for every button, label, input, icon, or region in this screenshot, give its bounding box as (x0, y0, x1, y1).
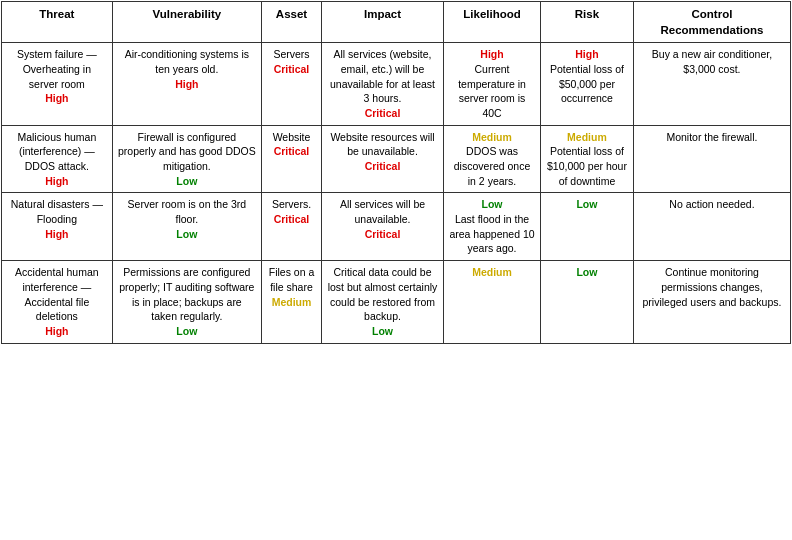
impact-cell: Website resources will be unavailable.Cr… (322, 125, 444, 193)
asset-cell: WebsiteCritical (262, 125, 322, 193)
likelihood-cell: LowLast flood in the area happened 10 ye… (444, 193, 541, 261)
threat-cell: Accidental human interference — Accident… (2, 261, 113, 343)
column-header: Vulnerability (112, 2, 261, 43)
impact-cell: All services (website, email, etc.) will… (322, 43, 444, 125)
column-header: Asset (262, 2, 322, 43)
threat-cell: Malicious human (interference) — DDOS at… (2, 125, 113, 193)
risk-cell: Low (541, 193, 634, 261)
table-row: System failure — Overheating in server r… (2, 43, 791, 125)
column-header: Threat (2, 2, 113, 43)
asset-cell: Files on a file shareMedium (262, 261, 322, 343)
impact-cell: All services will be unavailable.Critica… (322, 193, 444, 261)
vulnerability-cell: Server room is on the 3rd floor.Low (112, 193, 261, 261)
table-row: Natural disasters — FloodingHighServer r… (2, 193, 791, 261)
control-cell: Continue monitoring permissions changes,… (633, 261, 790, 343)
likelihood-cell: Medium (444, 261, 541, 343)
risk-cell: Low (541, 261, 634, 343)
table-body: System failure — Overheating in server r… (2, 43, 791, 343)
vulnerability-cell: Permissions are configured properly; IT … (112, 261, 261, 343)
control-cell: Buy a new air conditioner, $3,000 cost. (633, 43, 790, 125)
vulnerability-cell: Firewall is configured properly and has … (112, 125, 261, 193)
threat-cell: Natural disasters — FloodingHigh (2, 193, 113, 261)
header-row: ThreatVulnerabilityAssetImpactLikelihood… (2, 2, 791, 43)
impact-cell: Critical data could be lost but almost c… (322, 261, 444, 343)
threat-cell: System failure — Overheating in server r… (2, 43, 113, 125)
control-cell: No action needed. (633, 193, 790, 261)
likelihood-cell: HighCurrent temperature in server room i… (444, 43, 541, 125)
column-header: Impact (322, 2, 444, 43)
risk-cell: MediumPotential loss of $10,000 per hour… (541, 125, 634, 193)
column-header: Likelihood (444, 2, 541, 43)
column-header: ControlRecommendations (633, 2, 790, 43)
asset-cell: ServersCritical (262, 43, 322, 125)
table-row: Malicious human (interference) — DDOS at… (2, 125, 791, 193)
asset-cell: Servers.Critical (262, 193, 322, 261)
risk-cell: HighPotential loss of $50,000 per occurr… (541, 43, 634, 125)
control-cell: Monitor the firewall. (633, 125, 790, 193)
likelihood-cell: MediumDDOS was discovered once in 2 year… (444, 125, 541, 193)
table-row: Accidental human interference — Accident… (2, 261, 791, 343)
vulnerability-cell: Air-conditioning systems is ten years ol… (112, 43, 261, 125)
column-header: Risk (541, 2, 634, 43)
risk-table: ThreatVulnerabilityAssetImpactLikelihood… (1, 1, 791, 344)
